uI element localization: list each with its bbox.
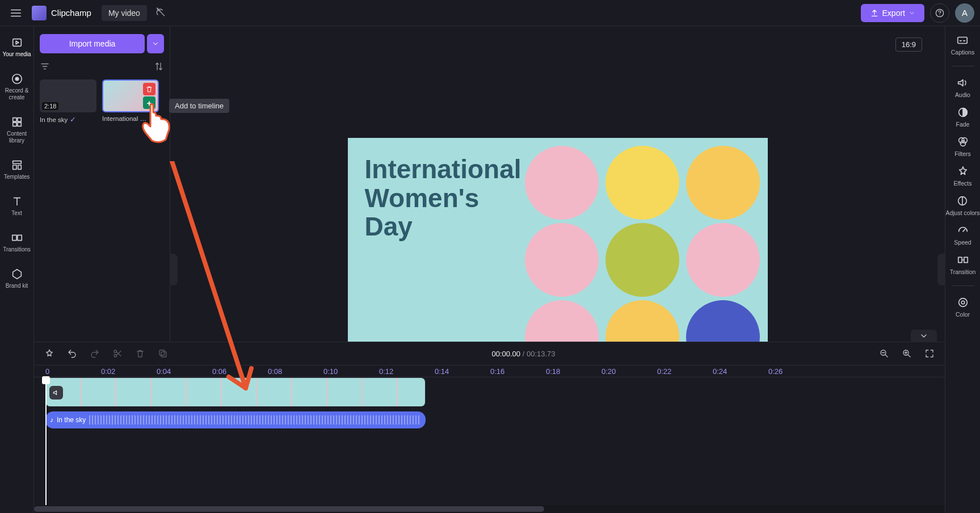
canvas-title-2: Women's bbox=[365, 184, 521, 213]
sync-status-icon bbox=[155, 6, 166, 20]
export-button[interactable]: Export bbox=[861, 4, 924, 22]
ruler-tick: 0:14 bbox=[435, 367, 449, 376]
svg-rect-26 bbox=[159, 350, 165, 355]
nav-filters[interactable]: Filters bbox=[954, 136, 971, 157]
library-icon bbox=[11, 116, 23, 128]
svg-rect-19 bbox=[958, 257, 961, 262]
delete-clip-button[interactable] bbox=[133, 346, 148, 361]
templates-icon bbox=[11, 159, 23, 171]
color-icon bbox=[957, 296, 969, 309]
brand-name: Clipchamp bbox=[51, 8, 91, 18]
zoom-out-button[interactable] bbox=[877, 346, 891, 361]
zoom-in-button[interactable] bbox=[899, 346, 914, 361]
music-note-icon: ♪ bbox=[50, 416, 53, 424]
nav-transition[interactable]: Transition bbox=[950, 254, 976, 275]
user-avatar[interactable]: A bbox=[955, 3, 974, 23]
clip-mute-button[interactable] bbox=[49, 386, 63, 400]
split-button[interactable] bbox=[110, 346, 125, 361]
svg-point-3 bbox=[15, 77, 19, 81]
timeline-scrollbar[interactable] bbox=[34, 505, 945, 513]
hamburger-menu[interactable] bbox=[6, 3, 26, 23]
svg-rect-20 bbox=[964, 257, 967, 262]
nav-label: Your media bbox=[2, 51, 31, 58]
svg-point-17 bbox=[960, 141, 965, 146]
timecode: 00:00.00 / 00:13.73 bbox=[491, 350, 555, 358]
nav-speed[interactable]: Speed bbox=[954, 224, 971, 246]
media-name: In the sky bbox=[40, 116, 68, 123]
nav-audio[interactable]: Audio bbox=[955, 77, 970, 98]
filter-icon[interactable] bbox=[40, 61, 50, 74]
adjust-colors-icon bbox=[956, 195, 969, 207]
nav-text[interactable]: Text bbox=[0, 193, 33, 219]
nav-label: Content library bbox=[0, 131, 33, 144]
nav-fade[interactable]: Fade bbox=[956, 106, 970, 128]
ruler-tick: 0:22 bbox=[657, 367, 671, 376]
aspect-ratio-badge[interactable]: 16:9 bbox=[895, 37, 922, 52]
canvas-title-3: Day bbox=[365, 212, 521, 241]
auto-enhance-icon[interactable] bbox=[42, 346, 57, 361]
import-media-button[interactable]: Import media bbox=[40, 34, 145, 53]
add-to-timeline-tooltip: Add to timeline bbox=[169, 99, 229, 113]
ruler-tick: 0:24 bbox=[713, 367, 727, 376]
svg-rect-7 bbox=[17, 123, 20, 126]
nav-color[interactable]: Color bbox=[956, 296, 970, 318]
nav-record-create[interactable]: Record & create bbox=[0, 70, 33, 103]
video-name[interactable]: My video bbox=[102, 5, 147, 21]
ruler-tick: 0:18 bbox=[546, 367, 560, 376]
ruler-tick: 0:20 bbox=[602, 367, 616, 376]
playhead[interactable] bbox=[45, 377, 47, 505]
svg-rect-5 bbox=[17, 118, 20, 121]
right-sidebar: Captions Audio Fade Filters Effects Adju… bbox=[945, 26, 980, 513]
ruler-tick: 0:26 bbox=[768, 367, 783, 376]
your-media-icon bbox=[11, 36, 23, 49]
audio-icon bbox=[956, 77, 969, 89]
svg-point-21 bbox=[958, 298, 967, 307]
media-duration: 2:18 bbox=[42, 102, 58, 110]
nav-adjust-colors[interactable]: Adjust colors bbox=[945, 195, 979, 216]
zoom-fit-button[interactable] bbox=[922, 346, 937, 361]
left-sidebar: Your media Record & create Content libra… bbox=[0, 26, 34, 513]
waveform bbox=[89, 415, 421, 424]
export-label: Export bbox=[882, 9, 905, 18]
redo-button[interactable] bbox=[87, 346, 102, 361]
nav-effects[interactable]: Effects bbox=[954, 165, 972, 187]
svg-rect-1 bbox=[12, 39, 21, 47]
nav-label: Brand kit bbox=[6, 283, 28, 289]
svg-point-16 bbox=[962, 138, 967, 143]
undo-button[interactable] bbox=[65, 346, 79, 361]
ruler-tick: 0:10 bbox=[323, 367, 338, 376]
media-delete-button[interactable] bbox=[143, 83, 155, 95]
nav-label: Templates bbox=[4, 174, 30, 180]
svg-point-22 bbox=[961, 301, 965, 304]
ruler-tick: 0 bbox=[45, 367, 49, 376]
transitions-icon bbox=[11, 232, 23, 244]
record-icon bbox=[11, 73, 23, 85]
nav-captions[interactable]: Captions bbox=[951, 34, 974, 56]
canvas-title-1: International bbox=[365, 155, 521, 184]
nav-content-library[interactable]: Content library bbox=[0, 113, 33, 146]
svg-rect-6 bbox=[12, 123, 16, 126]
collapse-timeline[interactable] bbox=[911, 330, 937, 342]
svg-rect-9 bbox=[12, 165, 16, 169]
svg-rect-13 bbox=[958, 37, 968, 44]
nav-label: Text bbox=[11, 210, 22, 217]
ruler-tick: 0:16 bbox=[490, 367, 504, 376]
media-item-audio[interactable]: 2:18 In the sky ✓ bbox=[40, 79, 96, 124]
sort-icon[interactable] bbox=[154, 61, 164, 74]
import-media-dropdown[interactable] bbox=[147, 34, 164, 53]
help-button[interactable] bbox=[930, 3, 949, 23]
canvas-avatars bbox=[525, 146, 763, 374]
nav-templates[interactable]: Templates bbox=[0, 157, 33, 183]
svg-rect-4 bbox=[12, 118, 16, 121]
nav-brand-kit[interactable]: Brand kit bbox=[0, 266, 33, 292]
nav-transitions[interactable]: Transitions bbox=[0, 229, 33, 255]
ruler-tick: 0:12 bbox=[379, 367, 393, 376]
fade-icon bbox=[957, 106, 969, 119]
svg-rect-12 bbox=[17, 235, 21, 240]
tutorial-arrow-icon bbox=[166, 161, 263, 417]
nav-your-media[interactable]: Your media bbox=[0, 34, 33, 60]
topbar: Clipchamp My video Export A bbox=[0, 0, 980, 26]
media-added-check-icon: ✓ bbox=[70, 115, 76, 124]
speed-icon bbox=[957, 224, 969, 237]
preview-canvas[interactable]: International Women's Day bbox=[348, 138, 768, 374]
